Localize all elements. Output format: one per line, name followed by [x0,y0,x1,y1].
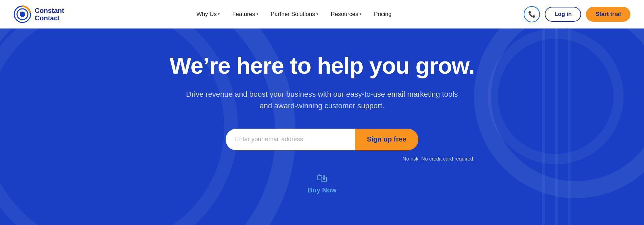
chevron-down-icon: ▾ [218,12,220,16]
logo-text: Constant Contact [35,7,64,22]
nav-label-why-us: Why Us [196,11,217,18]
logo-line1: Constant [35,7,64,14]
vline-2 [555,29,558,225]
decorative-circle-right [474,29,644,198]
chevron-down-icon: ▾ [360,12,362,16]
logo-link[interactable]: Constant Contact [14,5,64,23]
nav-label-pricing: Pricing [374,11,391,18]
phone-icon: 📞 [528,11,536,18]
nav-item-why-us[interactable]: Why Us ▾ [192,8,225,20]
nav-item-resources[interactable]: Resources ▾ [326,8,366,20]
nav-label-partner-solutions: Partner Solutions [271,11,315,18]
hero-content: We’re here to help you grow. Drive reven… [170,53,475,162]
signup-button[interactable]: Sign up free [355,129,419,150]
nav-links: Why Us ▾ Features ▾ Partner Solutions ▾ … [192,8,396,20]
nav-actions: 📞 Log in Start trial [524,6,630,22]
nav-label-resources: Resources [331,11,358,18]
nav-item-features[interactable]: Features ▾ [227,8,263,20]
phone-button[interactable]: 📞 [524,6,540,22]
login-button[interactable]: Log in [545,7,581,22]
logo-line2: Contact [35,14,64,22]
buy-now-text[interactable]: Buy Now [308,186,337,194]
chevron-down-icon: ▾ [316,12,318,16]
nav-item-partner-solutions[interactable]: Partner Solutions ▾ [266,8,323,20]
nav-item-pricing[interactable]: Pricing [369,8,396,20]
shop-icon: 🛍 [317,172,328,184]
vline-1 [542,29,545,225]
decorative-circle-right2 [488,29,624,164]
navbar: Constant Contact Why Us ▾ Features ▾ Par… [0,0,644,29]
start-trial-button[interactable]: Start trial [586,7,630,22]
hero-disclaimer: No risk. No credit card required. [299,156,475,162]
hero-form: Sign up free [170,129,475,150]
email-input[interactable] [226,129,355,150]
nav-label-features: Features [232,11,255,18]
hero-subtitle: Drive revenue and boost your business wi… [186,89,458,112]
hero-bottom: 🛍 Buy Now [308,172,337,194]
decorative-vlines [542,29,644,225]
vline-3 [568,29,571,225]
hero-title: We’re here to help you grow. [170,53,475,78]
logo-icon [14,5,31,23]
hero-section: We’re here to help you grow. Drive reven… [0,29,644,225]
svg-point-2 [20,12,25,17]
chevron-down-icon: ▾ [257,12,259,16]
